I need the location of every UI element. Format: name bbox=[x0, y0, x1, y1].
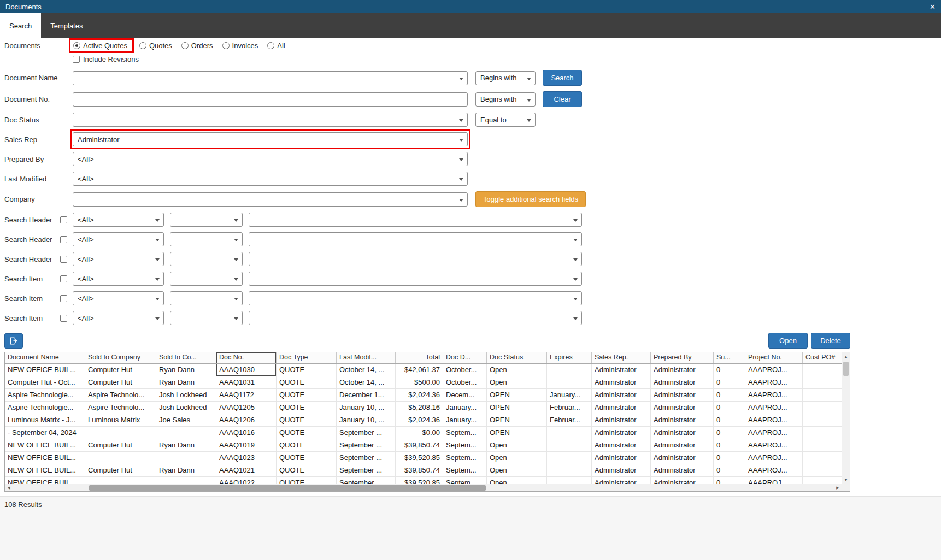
search-header-value-combo[interactable] bbox=[249, 232, 582, 246]
search-item-row: Search Item <All> bbox=[4, 291, 937, 305]
h-scrollbar[interactable]: ◀ ▶ bbox=[5, 484, 842, 491]
search-item-field-select[interactable]: <All> bbox=[73, 291, 164, 305]
document-name-combo[interactable] bbox=[73, 71, 468, 85]
table-cell: Administrator bbox=[651, 414, 714, 426]
table-cell: QUOTE bbox=[277, 464, 337, 476]
doc-status-operator-select[interactable]: Equal to bbox=[475, 113, 536, 127]
table-row[interactable]: NEW OFFICE BUIL...Computer HutRyan DannA… bbox=[5, 439, 842, 452]
document-name-operator-select[interactable]: Begins with bbox=[475, 71, 536, 85]
search-item-field-select[interactable]: <All> bbox=[73, 311, 164, 325]
column-header[interactable]: Project No. bbox=[745, 352, 803, 363]
column-header[interactable]: Doc Status bbox=[487, 352, 547, 363]
column-header[interactable]: Sold to Company bbox=[85, 352, 156, 363]
sales-rep-select[interactable]: Administrator bbox=[73, 132, 468, 146]
table-row[interactable]: - September 04, 2024AAAQ1016QUOTESeptemb… bbox=[5, 427, 842, 439]
search-header-checkbox[interactable] bbox=[60, 236, 67, 243]
search-header-operator-select[interactable] bbox=[170, 252, 243, 266]
search-header-value-combo[interactable] bbox=[249, 213, 582, 227]
close-icon[interactable]: ✕ bbox=[930, 3, 936, 11]
column-header[interactable]: Doc D... bbox=[443, 352, 487, 363]
radio-quotes[interactable]: Quotes bbox=[139, 42, 172, 50]
search-header-field-select[interactable]: <All> bbox=[73, 213, 164, 227]
search-item-value-combo[interactable] bbox=[249, 311, 582, 325]
scroll-right-arrow-icon[interactable]: ▶ bbox=[834, 484, 842, 492]
radio-all[interactable]: All bbox=[267, 42, 285, 50]
radio-label: Invoices bbox=[232, 42, 258, 50]
company-row: Company Toggle additional search fields bbox=[4, 191, 937, 207]
search-item-operator-select[interactable] bbox=[170, 272, 243, 286]
column-header[interactable]: Doc No. bbox=[216, 352, 277, 363]
table-cell: 0 bbox=[714, 464, 745, 476]
tab-templates[interactable]: Templates bbox=[41, 13, 92, 38]
scroll-down-arrow-icon[interactable]: ▼ bbox=[842, 476, 850, 484]
table-row[interactable]: Computer Hut - Oct...Computer HutRyan Da… bbox=[5, 376, 842, 389]
table-cell bbox=[803, 452, 842, 464]
search-header-field-select[interactable]: <All> bbox=[73, 232, 164, 246]
search-item-value-combo[interactable] bbox=[249, 272, 582, 286]
search-header-operator-select[interactable] bbox=[170, 213, 243, 227]
search-header-row: Search Header <All> bbox=[4, 213, 937, 227]
last-modified-select[interactable]: <All> bbox=[73, 172, 468, 186]
search-item-checkbox[interactable] bbox=[60, 275, 67, 282]
chevron-down-icon bbox=[234, 317, 238, 320]
column-header[interactable]: Total bbox=[396, 352, 443, 363]
chevron-down-icon bbox=[155, 219, 160, 222]
company-combo[interactable] bbox=[73, 192, 468, 207]
table-cell: Aspire Technologie... bbox=[5, 389, 85, 401]
document-no-operator-select[interactable]: Begins with bbox=[475, 92, 536, 107]
radio-orders[interactable]: Orders bbox=[181, 42, 213, 50]
search-item-checkbox[interactable] bbox=[60, 315, 67, 322]
toggle-search-fields-button[interactable]: Toggle additional search fields bbox=[475, 191, 586, 207]
search-item-operator-select[interactable] bbox=[170, 311, 243, 325]
column-header[interactable]: Expires bbox=[547, 352, 592, 363]
delete-button[interactable]: Delete bbox=[811, 333, 850, 349]
doc-status-select[interactable] bbox=[73, 113, 468, 127]
table-row[interactable]: NEW OFFICE BUIL...AAAQ1023QUOTESeptember… bbox=[5, 452, 842, 464]
table-row[interactable]: Aspire Technologie...Aspire Technolo...J… bbox=[5, 402, 842, 414]
column-header[interactable]: Prepared By bbox=[651, 352, 714, 363]
search-header-operator-select[interactable] bbox=[170, 232, 243, 246]
column-header[interactable]: Last Modif... bbox=[337, 352, 396, 363]
chevron-down-icon bbox=[573, 317, 578, 320]
table-cell bbox=[547, 427, 592, 439]
table-row[interactable]: Luminous Matrix - J...Luminous MatrixJoe… bbox=[5, 414, 842, 427]
export-button[interactable] bbox=[4, 333, 23, 349]
column-header[interactable]: Doc Type bbox=[277, 352, 337, 363]
column-header[interactable]: Cust PO# bbox=[803, 352, 842, 363]
clear-button[interactable]: Clear bbox=[543, 91, 582, 107]
h-scrollbar-thumb[interactable] bbox=[89, 485, 486, 491]
prepared-by-select[interactable]: <All> bbox=[73, 152, 468, 166]
v-scrollbar-thumb[interactable] bbox=[843, 362, 849, 376]
radio-active-quotes[interactable]: Active Quotes bbox=[73, 42, 127, 50]
tab-search[interactable]: Search bbox=[0, 13, 41, 38]
document-no-input[interactable] bbox=[73, 92, 468, 107]
v-scrollbar[interactable]: ▲ ▼ bbox=[842, 352, 850, 491]
search-header-value-combo[interactable] bbox=[249, 252, 582, 266]
search-item-value-combo[interactable] bbox=[249, 291, 582, 305]
search-header-field-select[interactable]: <All> bbox=[73, 252, 164, 266]
scroll-up-arrow-icon[interactable]: ▲ bbox=[842, 352, 850, 361]
open-button[interactable]: Open bbox=[768, 333, 808, 349]
radio-invoices[interactable]: Invoices bbox=[222, 42, 258, 50]
search-button[interactable]: Search bbox=[543, 70, 582, 86]
include-revisions-checkbox[interactable] bbox=[73, 56, 80, 63]
table-row[interactable]: NEW OFFICE BUIL...Computer HutRyan DannA… bbox=[5, 464, 842, 477]
chevron-down-icon bbox=[459, 139, 463, 142]
sales-rep-label: Sales Rep bbox=[4, 135, 73, 144]
scroll-left-arrow-icon[interactable]: ◀ bbox=[5, 484, 13, 492]
table-row[interactable]: NEW OFFICE BUIL...Computer HutRyan DannA… bbox=[5, 364, 842, 376]
table-cell: AAAPROJ... bbox=[745, 452, 803, 464]
column-header[interactable]: Sold to Co... bbox=[156, 352, 216, 363]
column-header[interactable]: Su... bbox=[714, 352, 745, 363]
search-item-checkbox[interactable] bbox=[60, 295, 67, 302]
table-row[interactable]: Aspire Technologie...Aspire Technolo...J… bbox=[5, 389, 842, 402]
search-header-checkbox[interactable] bbox=[60, 216, 67, 223]
column-header[interactable]: Sales Rep. bbox=[592, 352, 651, 363]
chevron-down-icon bbox=[234, 258, 238, 261]
search-item-operator-select[interactable] bbox=[170, 291, 243, 305]
search-header-checkbox[interactable] bbox=[60, 256, 67, 263]
table-cell: OPEN bbox=[487, 427, 547, 439]
table-row[interactable]: NEW OFFICE BUIL...AAAQ1022QUOTESeptember… bbox=[5, 477, 842, 484]
search-item-field-select[interactable]: <All> bbox=[73, 272, 164, 286]
column-header[interactable]: Document Name bbox=[5, 352, 85, 363]
